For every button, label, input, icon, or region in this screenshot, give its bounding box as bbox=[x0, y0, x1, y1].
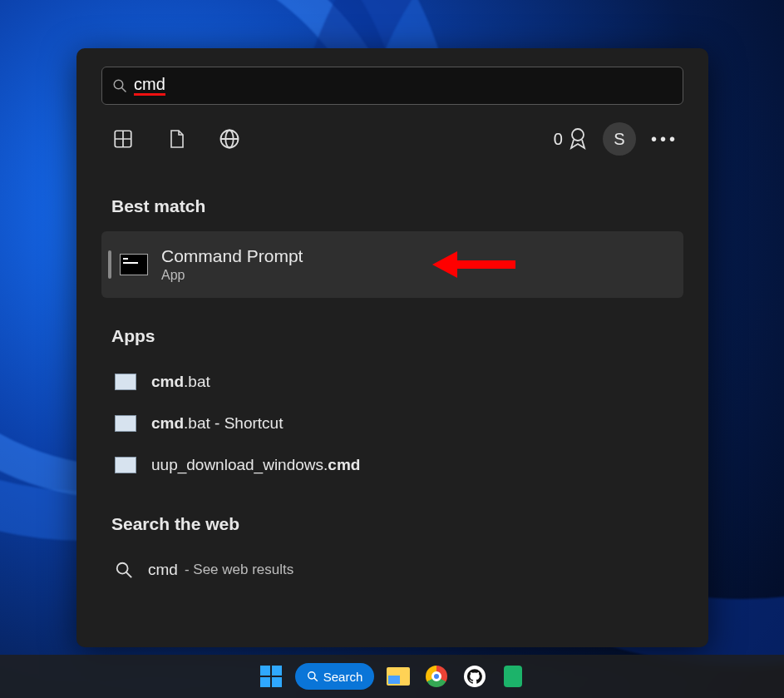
web-hint: - See web results bbox=[185, 562, 293, 578]
web-search-row[interactable]: cmd - See web results bbox=[101, 549, 683, 591]
start-button[interactable] bbox=[257, 662, 285, 691]
search-icon bbox=[112, 78, 127, 93]
apps-filter-icon[interactable] bbox=[106, 122, 140, 156]
phone-icon bbox=[504, 666, 522, 687]
svg-line-10 bbox=[126, 572, 131, 577]
phone-link-button[interactable] bbox=[499, 662, 527, 691]
app-result-row[interactable]: cmd.bat - Shortcut bbox=[101, 403, 683, 444]
svg-line-1 bbox=[121, 87, 126, 92]
rewards-points[interactable]: 0 bbox=[554, 127, 588, 151]
cmd-file-icon bbox=[115, 457, 136, 473]
svg-point-8 bbox=[572, 129, 584, 141]
bat-file-icon bbox=[115, 374, 136, 390]
app-result-row[interactable]: cmd.bat bbox=[101, 361, 683, 403]
chrome-icon bbox=[426, 666, 447, 687]
svg-line-12 bbox=[313, 678, 317, 681]
svg-point-9 bbox=[117, 563, 128, 574]
rewards-medal-icon bbox=[568, 127, 588, 151]
app-result-row[interactable]: uup_download_windows.cmd bbox=[101, 444, 683, 486]
best-match-result[interactable]: Command Prompt App bbox=[101, 231, 683, 298]
search-filter-toolbar: 0 S ••• bbox=[106, 120, 678, 158]
windows-logo-icon bbox=[260, 666, 282, 687]
search-query-text: cmd bbox=[134, 76, 165, 96]
best-match-subtitle: App bbox=[161, 268, 303, 283]
file-explorer-button[interactable] bbox=[384, 662, 412, 691]
web-query: cmd bbox=[148, 561, 178, 579]
more-options-button[interactable]: ••• bbox=[651, 130, 678, 149]
avatar-initial: S bbox=[614, 130, 624, 149]
rewards-points-value: 0 bbox=[554, 130, 563, 149]
section-heading-best-match: Best match bbox=[111, 196, 683, 216]
github-desktop-button[interactable] bbox=[461, 662, 489, 691]
shortcut-file-icon bbox=[115, 415, 136, 432]
documents-filter-icon[interactable] bbox=[160, 122, 193, 156]
web-filter-icon[interactable] bbox=[213, 122, 246, 156]
folder-icon bbox=[387, 667, 410, 686]
section-heading-apps: Apps bbox=[111, 326, 683, 346]
octocat-icon bbox=[464, 666, 486, 687]
search-input[interactable]: cmd bbox=[101, 67, 683, 105]
svg-point-0 bbox=[114, 80, 123, 89]
search-icon bbox=[115, 561, 133, 579]
section-heading-web: Search the web bbox=[111, 514, 683, 534]
taskbar-search-label: Search bbox=[323, 670, 363, 684]
selection-indicator bbox=[108, 250, 111, 279]
taskbar: Search bbox=[0, 655, 784, 698]
command-prompt-icon bbox=[120, 254, 148, 275]
start-menu-panel: cmd 0 S ••• Best match Command Prompt Ap… bbox=[76, 48, 708, 647]
svg-point-11 bbox=[308, 672, 314, 679]
chrome-button[interactable] bbox=[422, 662, 451, 691]
search-icon bbox=[307, 671, 318, 682]
taskbar-search-button[interactable]: Search bbox=[295, 663, 375, 690]
best-match-title: Command Prompt bbox=[161, 246, 303, 266]
annotation-arrow bbox=[432, 251, 515, 278]
user-avatar[interactable]: S bbox=[603, 122, 636, 156]
